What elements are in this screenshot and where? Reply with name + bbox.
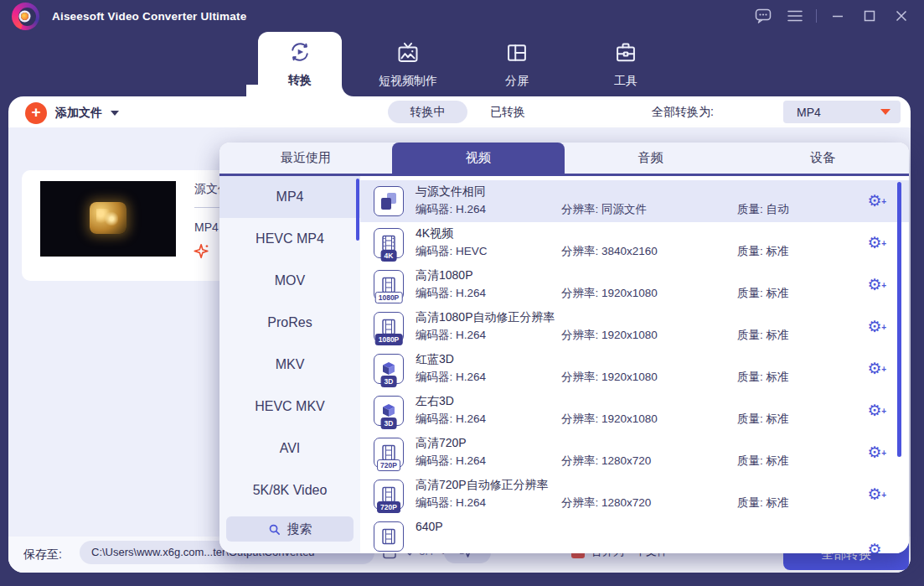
film-icon: 4K (374, 228, 404, 258)
app-title: Aiseesoft Video Converter Ultimate (52, 10, 246, 23)
preset-row-same-as-source[interactable]: 与源文件相同 编码器: H.264 分辨率: 同源文件 质量: 自动 ⚙+ (360, 180, 909, 222)
preset-settings-gear-icon[interactable]: ⚙+ (865, 360, 884, 378)
sidebar-scrollbar[interactable] (356, 179, 359, 241)
tab-audio[interactable]: 音频 (565, 143, 737, 174)
search-button[interactable]: 搜索 (226, 516, 354, 542)
preset-settings-gear-icon[interactable]: ⚙+ (865, 192, 884, 210)
feedback-icon[interactable] (754, 8, 772, 24)
convert-icon (288, 40, 312, 66)
sidebar-item-avi[interactable]: AVI (219, 428, 360, 469)
title-bar: Aiseesoft Video Converter Ultimate (0, 0, 924, 32)
same-as-source-icon (374, 186, 404, 216)
output-format-value: MP4 (797, 106, 821, 119)
sidebar-item-mp4[interactable]: MP4 (219, 176, 360, 218)
cube-3d-icon: 3D (374, 396, 404, 426)
video-thumbnail[interactable] (40, 181, 176, 257)
film-icon: 720P (374, 480, 404, 510)
format-sidebar: MP4 HEVC MP4 MOV ProRes MKV HEVC MKV AVI… (219, 176, 360, 553)
maximize-button[interactable] (860, 8, 879, 24)
add-file-button[interactable]: + 添加文件 (25, 102, 119, 124)
tab-label: 工具 (614, 74, 638, 89)
split-screen-icon (505, 41, 529, 67)
tab-converted[interactable]: 已转换 (490, 105, 525, 120)
preset-settings-gear-icon[interactable]: ⚙+ (865, 402, 884, 420)
tab-recently-used[interactable]: 最近使用 (219, 143, 392, 174)
tab-toolbox[interactable]: 工具 (601, 34, 651, 96)
tab-video[interactable]: 视频 (392, 143, 565, 174)
format-picker-dialog: 最近使用 视频 音频 设备 MP4 HEVC MP4 MOV ProRes MK… (219, 143, 909, 553)
short-video-icon (396, 41, 420, 67)
search-label: 搜索 (287, 521, 312, 537)
chevron-down-icon (111, 111, 119, 116)
preset-settings-gear-icon[interactable]: ⚙+ (865, 276, 884, 294)
tab-device[interactable]: 设备 (736, 143, 909, 174)
sidebar-item-hevc-mp4[interactable]: HEVC MP4 (219, 218, 360, 260)
list-scrollbar[interactable] (897, 182, 901, 457)
tab-converting[interactable]: 转换中 (388, 101, 467, 123)
tab-curve (342, 85, 354, 96)
tab-curve (246, 85, 258, 96)
close-button[interactable] (892, 8, 911, 24)
thumbnail-artwork (90, 202, 126, 234)
tab-label: 短视频制作 (379, 74, 437, 89)
preset-row-1080p-autofix[interactable]: 1080P 高清1080P自动修正分辨率 编码器: H.264 分辨率: 192… (360, 306, 909, 348)
film-icon (374, 521, 404, 552)
preset-row-640p[interactable]: 640P ⚙ (360, 516, 909, 553)
preset-row-anaglyph-3d[interactable]: 3D 红蓝3D 编码器: H.264 分辨率: 1920x1080 质量: 标准… (360, 348, 909, 390)
preset-list: 与源文件相同 编码器: H.264 分辨率: 同源文件 质量: 自动 ⚙+ 4K… (360, 176, 909, 553)
output-format-select[interactable]: MP4 (783, 101, 901, 123)
sidebar-item-hevc-mkv[interactable]: HEVC MKV (219, 386, 360, 428)
preset-settings-gear-icon[interactable]: ⚙+ (865, 234, 884, 252)
preset-row-720p-autofix[interactable]: 720P 高清720P自动修正分辨率 编码器: H.264 分辨率: 1280x… (360, 474, 909, 516)
preset-settings-gear-icon[interactable]: ⚙+ (865, 443, 884, 462)
preset-settings-gear-icon[interactable]: ⚙ (865, 541, 884, 553)
menu-icon[interactable] (786, 8, 804, 24)
cube-3d-icon: 3D (374, 354, 404, 384)
film-icon: 720P (374, 438, 404, 468)
sidebar-item-mkv[interactable]: MKV (219, 344, 360, 386)
tab-label: 转换 (288, 73, 312, 88)
save-to-label: 保存至: (23, 547, 62, 563)
tab-convert[interactable]: 转换 (258, 32, 342, 96)
search-icon (268, 523, 281, 536)
plus-icon: + (25, 102, 47, 124)
tab-label: 分屏 (505, 74, 529, 89)
tab-short-video[interactable]: 短视频制作 (362, 34, 454, 96)
film-icon: 1080P (374, 270, 404, 300)
sidebar-item-5k8k[interactable]: 5K/8K Video (219, 469, 360, 511)
convert-all-to-label: 全部转换为: (652, 105, 714, 120)
preset-settings-gear-icon[interactable]: ⚙+ (865, 485, 884, 504)
preset-row-sbs-3d[interactable]: 3D 左右3D 编码器: H.264 分辨率: 1920x1080 质量: 标准… (360, 390, 909, 432)
minimize-button[interactable] (829, 8, 847, 24)
preset-settings-gear-icon[interactable]: ⚙+ (865, 318, 884, 336)
tab-split-screen[interactable]: 分屏 (492, 34, 542, 96)
preset-row-1080p[interactable]: 1080P 高清1080P 编码器: H.264 分辨率: 1920x1080 … (360, 264, 909, 306)
toolbox-icon (614, 41, 638, 67)
film-icon: 1080P (374, 312, 404, 342)
preset-row-4k[interactable]: 4K 4K视频 编码器: HEVC 分辨率: 3840x2160 质量: 标准 … (360, 222, 909, 264)
app-logo-icon (12, 3, 39, 30)
add-file-label: 添加文件 (55, 106, 102, 121)
dropdown-arrow-icon (880, 109, 890, 115)
sidebar-item-prores[interactable]: ProRes (219, 302, 360, 344)
preset-row-720p[interactable]: 720P 高清720P 编码器: H.264 分辨率: 1280x720 质量:… (360, 432, 909, 474)
sidebar-item-mov[interactable]: MOV (219, 260, 360, 302)
titlebar-separator (816, 9, 817, 23)
effects-icon[interactable] (193, 242, 211, 261)
format-dialog-tabs: 最近使用 视频 音频 设备 (219, 143, 909, 176)
